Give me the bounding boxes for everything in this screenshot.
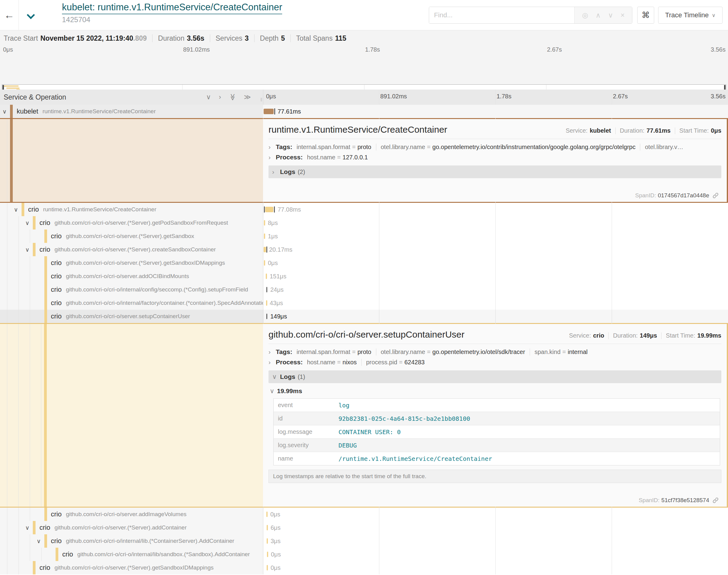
keyboard-shortcuts-button[interactable]: ⌘ [637, 7, 654, 24]
span-duration-label: 8μs [268, 216, 278, 230]
app-header: ← kubelet: runtime.v1.RuntimeService/Cre… [0, 0, 728, 30]
service-name: crio [51, 286, 62, 294]
expand-one-chevron-right-icon[interactable]: › [219, 93, 221, 101]
span-duration-bar[interactable] [265, 207, 273, 212]
span-row[interactable]: ∨criogithub.com/cri-o/cri-o/internal/lib… [0, 534, 728, 548]
span-self-time-tick [264, 206, 265, 212]
span-duration-bar[interactable] [266, 314, 267, 319]
expand-all-icon[interactable]: ≫ [244, 93, 251, 101]
service-color-bar [44, 283, 47, 296]
trace-view-label: Trace Timeline [665, 11, 708, 19]
logs-count: (1) [298, 373, 305, 380]
minimap-tick: 891.02ms [183, 46, 210, 53]
span-row[interactable]: criogithub.com/cri-o/cri-o/server.(*Serv… [0, 561, 728, 574]
tag-key: otel.library.name [381, 348, 425, 356]
minimap-tick: 2.67s [547, 46, 562, 53]
next-result-chevron-down-icon[interactable]: ∨ [608, 11, 613, 20]
span-row[interactable]: criogithub.com/cri-o/cri-o/internal/lib/… [0, 548, 728, 561]
span-row[interactable]: criogithub.com/cri-o/cri-o/server.setupC… [0, 310, 728, 323]
span-duration-bar[interactable] [267, 538, 268, 544]
chevron-right-icon: › [268, 348, 273, 356]
service-color-bar [22, 203, 24, 216]
chevron-right-icon: › [268, 154, 273, 161]
tree-chevron-down-icon[interactable]: ∨ [36, 534, 42, 548]
span-row[interactable]: criogithub.com/cri-o/cri-o/server.(*Serv… [0, 230, 728, 243]
span-duration-bar[interactable] [267, 552, 268, 557]
process-accordion[interactable]: › Process: host.name=nixosprocess.pid=62… [268, 359, 721, 366]
deep-link-icon[interactable] [712, 497, 719, 504]
locate-icon[interactable]: ◎ [582, 11, 588, 20]
tree-chevron-down-icon[interactable]: ∨ [13, 203, 20, 216]
span-duration-bar[interactable] [264, 233, 265, 239]
service-color-bar [33, 521, 36, 534]
span-duration-bar[interactable] [266, 274, 267, 279]
span-detail-row-kubelet: runtime.v1.RuntimeService/CreateContaine… [0, 118, 728, 203]
log-field-row: log.severityDEBUG [274, 439, 720, 452]
column-resize-grip[interactable]: ‖ [260, 97, 262, 103]
trace-timeline-grid: Service & Operation ∨ › ≫ ≫ ‖ 0μs 891.02… [0, 90, 728, 574]
span-row[interactable]: ∨criogithub.com/cri-o/cri-o/server.(*Ser… [0, 216, 728, 230]
span-duration-bar[interactable] [264, 220, 265, 226]
span-duration-label: 77.08ms [277, 203, 301, 216]
service-name: crio [39, 219, 50, 227]
span-duration-label: 1μs [268, 230, 278, 243]
log-field-value: log [334, 399, 720, 412]
span-row[interactable]: criogithub.com/cri-o/cri-o/server.(*Serv… [0, 256, 728, 270]
tree-chevron-down-icon[interactable]: ∨ [24, 243, 31, 256]
span-row[interactable]: criogithub.com/cri-o/cri-o/internal/fact… [0, 296, 728, 310]
timeline-tick: 3.56s [711, 93, 726, 100]
prev-result-chevron-up-icon[interactable]: ∧ [596, 11, 601, 20]
span-duration-bar[interactable] [264, 109, 274, 114]
find-input[interactable] [429, 7, 574, 23]
logs-accordion[interactable]: ∨ Logs (1) [268, 370, 721, 383]
log-field-value: /runtime.v1.RuntimeService/CreateContain… [334, 452, 720, 465]
tags-accordion[interactable]: › Tags: internal.span.format=protootel.l… [268, 143, 721, 150]
log-entry-timestamp: 19.99ms [277, 387, 302, 395]
span-duration-bar[interactable] [264, 260, 265, 266]
tree-chevron-down-icon[interactable]: ∨ [24, 216, 31, 230]
duration-label: Duration: [613, 332, 637, 339]
span-row[interactable]: criogithub.com/cri-o/cri-o/internal/conf… [0, 283, 728, 296]
tag-value: internal [568, 348, 588, 356]
tree-chevron-down-icon[interactable]: ∨ [1, 105, 8, 118]
tree-chevron-down-icon[interactable]: ∨ [24, 521, 31, 534]
timeline-tick: 891.02ms [380, 93, 407, 100]
span-duration-bar[interactable] [264, 247, 266, 252]
trace-start-value: November 15 2022, 11:19:40 [40, 34, 133, 42]
span-row[interactable]: ∨crioruntime.v1.RuntimeService/CreateCon… [0, 203, 728, 216]
deep-link-icon[interactable] [712, 192, 719, 199]
collapse-one-chevron-down-icon[interactable]: ∨ [206, 93, 211, 101]
trace-id: 1425704 [62, 15, 282, 24]
trace-title-chevron-down-icon[interactable] [27, 11, 34, 18]
trace-title-link[interactable]: kubelet: runtime.v1.RuntimeService/Creat… [62, 2, 282, 14]
service-color-bar [33, 243, 36, 256]
span-row[interactable]: criogithub.com/cri-o/cri-o/server.addOCI… [0, 270, 728, 283]
log-field-row: eventlog [274, 399, 720, 412]
logs-accordion[interactable]: › Logs (2) [268, 165, 721, 178]
clear-search-icon[interactable]: × [621, 11, 624, 20]
tag-key: span.kind [534, 348, 561, 356]
process-accordion[interactable]: › Process: host.name=127.0.0.1 [268, 154, 721, 161]
service-label: Service: [569, 332, 591, 339]
operation-name: github.com/cri-o/cri-o/server.(*Server).… [66, 260, 225, 266]
span-duration-bar[interactable] [266, 287, 267, 292]
span-row[interactable]: ∨criogithub.com/cri-o/cri-o/server.(*Ser… [0, 521, 728, 534]
depth-value: 5 [281, 34, 285, 42]
span-row[interactable]: ∨kubeletruntime.v1.RuntimeService/Create… [0, 105, 728, 118]
span-duration-bar[interactable] [267, 565, 268, 570]
span-duration-bar[interactable] [267, 525, 268, 530]
start-time-value: 19.99ms [697, 332, 721, 339]
span-row[interactable]: criogithub.com/cri-o/cri-o/server.addIma… [0, 508, 728, 521]
tags-label: Tags: [276, 348, 292, 356]
tag-item: otel.library.name=go.opentelemetry.io/co… [376, 144, 636, 150]
log-entry-accordion[interactable]: ∨ 19.99ms [270, 387, 721, 395]
span-duration-bar[interactable] [266, 300, 267, 306]
back-button[interactable]: ← [0, 0, 19, 30]
tags-accordion[interactable]: › Tags: internal.span.format=protootel.l… [268, 348, 721, 356]
trace-view-selector[interactable]: Trace Timeline ∨ [658, 7, 723, 24]
span-row[interactable]: ∨criogithub.com/cri-o/cri-o/server.(*Ser… [0, 243, 728, 256]
operation-name: github.com/cri-o/cri-o/server.addImageVo… [66, 511, 187, 518]
operation-name: github.com/cri-o/cri-o/internal/lib.(*Co… [66, 538, 234, 544]
collapse-all-icon[interactable]: ≫ [228, 94, 236, 100]
span-duration-bar[interactable] [266, 512, 268, 517]
